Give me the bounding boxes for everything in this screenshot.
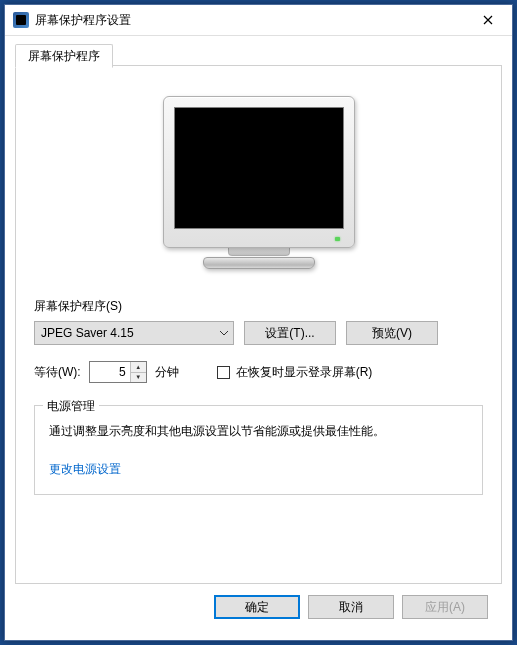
app-icon	[13, 12, 29, 28]
resume-checkbox-label: 在恢复时显示登录屏幕(R)	[236, 364, 373, 381]
power-legend: 电源管理	[43, 398, 99, 415]
tab-screensaver[interactable]: 屏幕保护程序	[15, 44, 113, 68]
close-button[interactable]	[465, 6, 510, 34]
monitor-stand	[228, 247, 290, 256]
dialog-window: 屏幕保护程序设置 屏幕保护程序	[4, 4, 513, 641]
screensaver-select[interactable]: JPEG Saver 4.15	[34, 321, 234, 345]
close-icon	[483, 12, 493, 28]
power-group: 电源管理 通过调整显示亮度和其他电源设置以节省能源或提供最佳性能。 更改电源设置	[34, 405, 483, 495]
dialog-button-row: 确定 取消 应用(A)	[15, 584, 502, 630]
monitor-frame	[163, 96, 355, 248]
monitor-base	[203, 257, 315, 269]
spin-up-button[interactable]: ▲	[131, 362, 146, 373]
power-description: 通过调整显示亮度和其他电源设置以节省能源或提供最佳性能。	[49, 422, 468, 441]
tab-label: 屏幕保护程序	[28, 48, 100, 65]
screensaver-select-text: JPEG Saver 4.15	[35, 326, 215, 340]
wait-label: 等待(W):	[34, 364, 81, 381]
wait-input[interactable]	[90, 362, 130, 382]
spin-down-button[interactable]: ▼	[131, 373, 146, 383]
power-settings-link[interactable]: 更改电源设置	[49, 461, 121, 478]
cancel-button[interactable]: 取消	[308, 595, 394, 619]
apply-button[interactable]: 应用(A)	[402, 595, 488, 619]
spin-buttons: ▲ ▼	[130, 362, 146, 382]
tab-strip: 屏幕保护程序	[15, 42, 502, 66]
wait-row: 等待(W): ▲ ▼ 分钟 在恢复时显示登录屏幕(R)	[34, 361, 483, 383]
screensaver-section-label: 屏幕保护程序(S)	[34, 298, 483, 315]
resume-checkbox[interactable]: 在恢复时显示登录屏幕(R)	[217, 364, 373, 381]
monitor-led-icon	[335, 237, 340, 241]
settings-button[interactable]: 设置(T)...	[244, 321, 336, 345]
checkbox-box-icon	[217, 366, 230, 379]
preview-area	[34, 82, 483, 282]
monitor-screen	[174, 107, 344, 229]
monitor-preview	[164, 96, 354, 269]
titlebar: 屏幕保护程序设置	[5, 5, 512, 36]
client-area: 屏幕保护程序 屏幕保护程序(S) JPEG Saver 4.15	[5, 36, 512, 640]
preview-button[interactable]: 预览(V)	[346, 321, 438, 345]
window-title: 屏幕保护程序设置	[35, 12, 465, 29]
wait-unit: 分钟	[155, 364, 179, 381]
ok-button[interactable]: 确定	[214, 595, 300, 619]
wait-spinner[interactable]: ▲ ▼	[89, 361, 147, 383]
screensaver-row: JPEG Saver 4.15 设置(T)... 预览(V)	[34, 321, 483, 345]
chevron-down-icon	[215, 331, 233, 336]
tab-panel: 屏幕保护程序(S) JPEG Saver 4.15 设置(T)... 预览(V)…	[15, 65, 502, 584]
